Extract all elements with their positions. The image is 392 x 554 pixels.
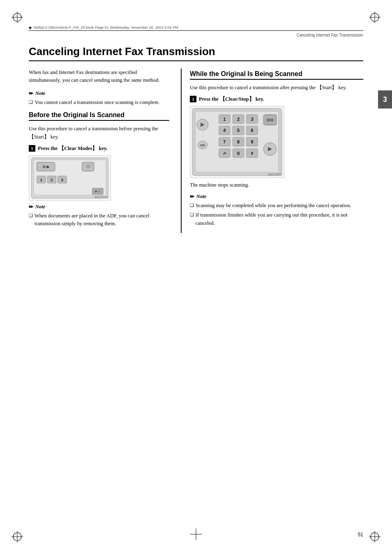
svg-text:7: 7	[223, 139, 226, 144]
right-device-image: OK C/⊙ 1 2 3	[190, 106, 284, 178]
two-column-layout: When fax and Internet Fax destinations a…	[29, 69, 363, 233]
note-pencil-icon-left: ✏	[29, 204, 33, 210]
left-note-title-before: ✏ Note	[29, 90, 169, 97]
svg-text:1: 1	[40, 178, 43, 182]
left-device-image: ⊕/■ ◇ 1 2 3 ■ ☺	[29, 155, 111, 201]
svg-text:·/*: ·/*	[223, 152, 226, 156]
left-step-1: 1 Press the 【Clear Modes】 key.	[29, 145, 169, 152]
section-header-while-text: While the Original Is Being Scanned	[190, 70, 302, 77]
right-column: While the Original Is Being Scanned Use …	[181, 69, 363, 233]
page-title: Canceling Internet Fax Transmission	[29, 45, 363, 61]
svg-text:◇: ◇	[86, 163, 90, 169]
left-note-before-section: ✏ Note You cannot cancel a transmission …	[29, 90, 169, 106]
right-section-body: Use this procedure to cancel a transmiss…	[190, 84, 363, 92]
svg-text:1: 1	[223, 117, 226, 122]
tab-number: 3	[383, 95, 387, 104]
file-info-bar: ◆ StellaC2-GBcombine-F_FM_ZF.book Page 5…	[29, 25, 363, 31]
svg-text:8: 8	[237, 139, 240, 144]
svg-text:3: 3	[251, 117, 253, 122]
right-img-label: ABZ005S	[268, 173, 282, 176]
svg-text:0: 0	[237, 151, 240, 156]
right-note-label: Note	[196, 194, 206, 200]
file-info-text: StellaC2-GBcombine-F_FM_ZF.book Page 51 …	[33, 25, 178, 30]
section-header-while: While the Original Is Being Scanned	[190, 70, 363, 80]
left-note-block: ✏ Note When documents are placed in the …	[29, 204, 169, 228]
left-img-label: ABZ004S	[95, 195, 108, 199]
svg-text:5: 5	[237, 128, 240, 133]
left-step-num: 1	[29, 145, 35, 152]
left-note-label-before: Note	[35, 90, 45, 97]
tab-marker: 3	[378, 90, 392, 108]
svg-text:■ ☺: ■ ☺	[95, 190, 100, 193]
right-note-item-1: If transmission finishes while you are c…	[190, 211, 363, 227]
right-note-block: ✏ Note Scanning may be completed while y…	[190, 194, 363, 227]
right-stop-text: The machine stops scanning.	[190, 181, 363, 189]
svg-text:C/⊙: C/⊙	[267, 118, 274, 122]
note-pencil-icon-right: ✏	[190, 194, 194, 200]
left-step-text: Press the 【Clear Modes】 key.	[38, 145, 108, 152]
page-header-text: Canceling Internet Fax Transmission	[297, 33, 363, 37]
right-step-1: 1 Press the 【Clear/Stop】 key.	[190, 96, 363, 103]
right-note-title: ✏ Note	[190, 194, 363, 200]
left-column: When fax and Internet Fax destinations a…	[29, 69, 169, 233]
right-numpad-svg: OK C/⊙ 1 2 3	[190, 106, 284, 178]
left-section-body: Use this procedure to cancel a transmiss…	[29, 125, 169, 141]
right-step-num: 1	[190, 96, 196, 102]
section-header-before: Before the Original Is Scanned	[29, 111, 169, 121]
right-step-text: Press the 【Clear/Stop】 key.	[199, 96, 264, 103]
svg-text:6: 6	[251, 128, 253, 133]
left-numpad-svg: ⊕/■ ◇ 1 2 3 ■ ☺	[29, 156, 111, 200]
file-info-arrow-icon: ◆	[29, 25, 32, 30]
corner-mark-br	[369, 531, 380, 542]
svg-text:⊕/■: ⊕/■	[42, 164, 49, 169]
note-pencil-icon: ✏	[29, 90, 33, 97]
svg-text:3: 3	[61, 178, 64, 182]
corner-mark-tr	[369, 12, 380, 23]
svg-text:OK: OK	[200, 143, 205, 147]
corner-mark-bl	[12, 531, 23, 542]
svg-text:2: 2	[51, 178, 53, 182]
intro-text: When fax and Internet Fax destinations a…	[29, 69, 169, 85]
bottom-crosshair	[190, 529, 202, 542]
left-note-title: ✏ Note	[29, 204, 169, 210]
left-note-item-0: When documents are placed in the ADF, yo…	[29, 212, 169, 228]
svg-text:#: #	[251, 151, 253, 156]
page-header: Canceling Internet Fax Transmission	[297, 33, 363, 37]
right-note-item-0: Scanning may be completed while you are …	[190, 202, 363, 210]
page: ◆ StellaC2-GBcombine-F_FM_ZF.book Page 5…	[0, 0, 392, 554]
main-content: Canceling Internet Fax Transmission When…	[29, 41, 363, 521]
svg-text:4: 4	[223, 128, 226, 133]
svg-text:9: 9	[251, 139, 253, 144]
page-number: 51	[358, 532, 363, 538]
svg-text:2: 2	[237, 117, 240, 122]
left-note-item-cannot-cancel: You cannot cancel a transmission once sc…	[29, 99, 169, 106]
left-note-label: Note	[35, 204, 45, 210]
corner-mark-tl	[12, 12, 23, 23]
